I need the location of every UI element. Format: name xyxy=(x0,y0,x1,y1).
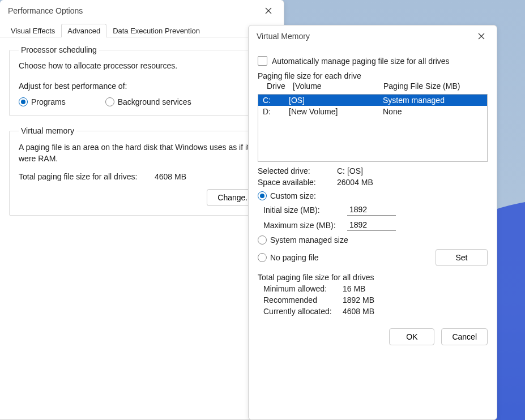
radio-icon xyxy=(258,253,267,262)
radio-custom-label: Custom size: xyxy=(270,191,316,200)
virtual-memory-group: Virtual memory A paging file is an area … xyxy=(9,126,275,216)
min-allowed-label: Minimum allowed: xyxy=(258,284,343,293)
processor-scheduling-desc: Choose how to allocate processor resourc… xyxy=(19,61,265,70)
drive-row[interactable]: D: [New Volume] None xyxy=(258,106,487,117)
radio-system-managed[interactable]: System managed size xyxy=(258,235,488,245)
col-drive-header: Drive xyxy=(267,82,293,91)
initial-size-input[interactable] xyxy=(347,204,396,216)
processor-scheduling-group: Processor scheduling Choose how to alloc… xyxy=(9,45,275,116)
auto-manage-checkbox[interactable]: Automatically manage paging file size fo… xyxy=(258,56,488,66)
virtual-memory-desc: A paging file is an area on the hard dis… xyxy=(19,142,265,164)
currently-allocated-label: Currently allocated: xyxy=(258,307,343,316)
radio-system-label: System managed size xyxy=(270,235,348,245)
radio-icon xyxy=(105,97,114,106)
close-icon[interactable] xyxy=(473,29,490,43)
titlebar: Virtual Memory xyxy=(249,25,497,47)
set-button[interactable]: Set xyxy=(436,249,488,266)
tab-dep[interactable]: Data Execution Prevention xyxy=(106,24,206,37)
close-icon[interactable] xyxy=(260,4,277,18)
processor-scheduling-legend: Processor scheduling xyxy=(19,45,99,54)
drive-pfs: None xyxy=(383,107,473,116)
auto-manage-label: Automatically manage paging file size fo… xyxy=(272,57,450,66)
tab-visual-effects[interactable]: Visual Effects xyxy=(5,24,61,37)
recommended-label: Recommended xyxy=(258,295,343,305)
radio-custom-size[interactable]: Custom size: xyxy=(258,191,488,200)
total-paging-label: Total paging file size for all drives: xyxy=(19,172,155,181)
drive-letter: C: xyxy=(263,96,289,105)
radio-programs[interactable]: Programs xyxy=(19,97,66,106)
radio-none-label: No paging file xyxy=(270,253,319,262)
space-available-label: Space available: xyxy=(258,178,337,187)
virtual-memory-legend: Virtual memory xyxy=(19,126,76,135)
ok-button[interactable]: OK xyxy=(389,328,434,345)
total-paging-value: 4608 MB xyxy=(155,172,186,181)
maximum-size-input[interactable] xyxy=(347,219,396,231)
maximum-size-label: Maximum size (MB): xyxy=(263,221,343,230)
selected-drive-value: C: [OS] xyxy=(337,166,363,175)
currently-allocated-value: 4608 MB xyxy=(343,307,374,316)
adjust-label: Adjust for best performance of: xyxy=(19,82,265,91)
tabs: Visual Effects Advanced Data Execution P… xyxy=(0,22,284,37)
drive-volume: [OS] xyxy=(289,96,383,105)
drive-list[interactable]: C: [OS] System managed D: [New Volume] N… xyxy=(258,94,488,162)
drive-row[interactable]: C: [OS] System managed xyxy=(258,95,487,106)
radio-bg-label: Background services xyxy=(118,97,191,106)
performance-options-window: Performance Options Visual Effects Advan… xyxy=(0,0,284,420)
radio-icon xyxy=(19,97,28,106)
window-title: Performance Options xyxy=(8,6,83,15)
radio-icon xyxy=(258,191,267,200)
checkbox-icon xyxy=(258,56,267,66)
min-allowed-value: 16 MB xyxy=(343,284,365,293)
radio-no-paging[interactable]: No paging file xyxy=(258,253,319,262)
totals-label: Total paging file size for all drives xyxy=(258,273,488,282)
col-pfs-header: Paging File Size (MB) xyxy=(383,82,474,91)
tab-advanced[interactable]: Advanced xyxy=(61,24,106,37)
paging-file-group-label: Paging file size for each drive xyxy=(258,71,488,80)
radio-background-services[interactable]: Background services xyxy=(105,97,191,106)
radio-programs-label: Programs xyxy=(31,97,66,106)
radio-icon xyxy=(258,235,267,245)
selected-drive-label: Selected drive: xyxy=(258,166,337,175)
virtual-memory-window: Virtual Memory Automatically manage pagi… xyxy=(248,25,497,420)
initial-size-label: Initial size (MB): xyxy=(263,205,343,215)
drive-volume: [New Volume] xyxy=(289,107,383,116)
window-title: Virtual Memory xyxy=(257,32,310,41)
col-volume-header: [Volume xyxy=(293,82,383,91)
cancel-button[interactable]: Cancel xyxy=(441,328,488,345)
drive-pfs: System managed xyxy=(383,96,473,105)
recommended-value: 1892 MB xyxy=(343,295,374,305)
space-available-value: 26004 MB xyxy=(337,178,373,187)
drive-letter: D: xyxy=(263,107,289,116)
titlebar: Performance Options xyxy=(0,0,284,22)
